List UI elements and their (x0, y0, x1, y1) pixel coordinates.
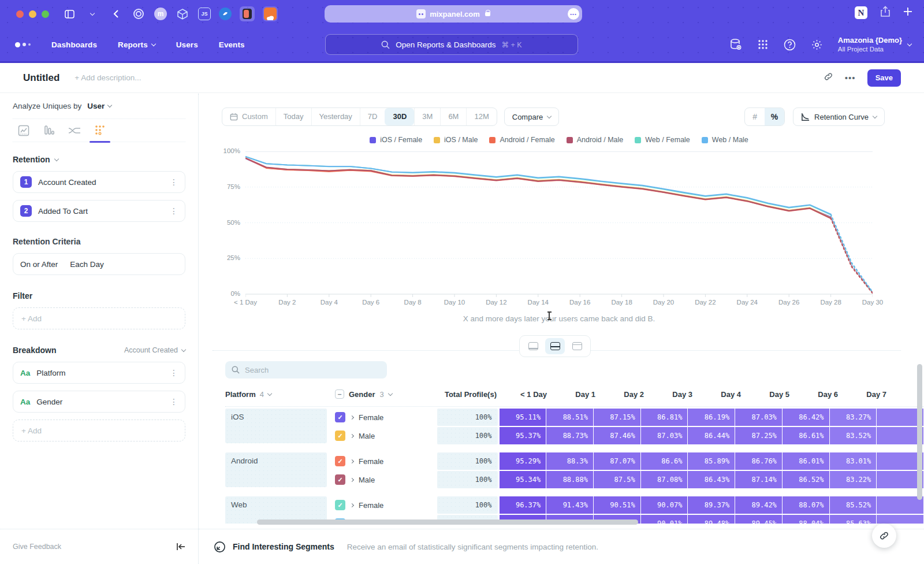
retention-value-cell[interactable] (877, 515, 923, 524)
share-icon[interactable] (880, 6, 891, 20)
retention-value-cell[interactable]: 87.03% (641, 427, 688, 444)
column-header-8[interactable]: Day 7 (844, 390, 892, 399)
gender-cell[interactable]: ✓Male (335, 427, 434, 444)
report-description-placeholder[interactable]: + Add description... (74, 73, 141, 82)
retention-value-cell[interactable]: 90.01% (641, 515, 688, 524)
nav-dashboards[interactable]: Dashboards (51, 40, 97, 49)
nav-reports[interactable]: Reports (118, 40, 155, 49)
retention-value-cell[interactable]: 89.37% (688, 496, 735, 514)
gender-cell[interactable]: ✓Male (335, 471, 434, 488)
gender-cell[interactable]: ✓Female (335, 409, 434, 426)
gender-cell[interactable]: ✓Female (335, 496, 434, 514)
expand-chevron-icon[interactable] (350, 433, 354, 437)
column-header-2[interactable]: Day 1 (553, 390, 601, 399)
notion-extension-icon[interactable]: N (855, 6, 867, 19)
retention-value-cell[interactable] (877, 452, 923, 470)
avatar-m-icon[interactable]: m (154, 8, 167, 20)
new-tab-icon[interactable] (903, 7, 912, 18)
breakdown-scope-select[interactable]: Account Created (124, 346, 185, 354)
tab-flows[interactable] (67, 123, 82, 138)
column-header-0[interactable]: Total Profile(s) (440, 390, 502, 399)
retention-value-cell[interactable]: 87.46% (594, 427, 640, 444)
retention-value-cell[interactable]: 89.42% (735, 496, 782, 514)
legend-item[interactable]: Android / Female (489, 136, 554, 144)
retention-value-cell[interactable]: 90.07% (641, 496, 688, 514)
report-title[interactable]: Untitled (23, 72, 59, 84)
range-30d[interactable]: 30D (385, 108, 414, 125)
retention-value-cell[interactable]: 86.01% (783, 452, 829, 470)
cloud-icon[interactable] (263, 6, 278, 21)
range-today[interactable]: Today (275, 108, 311, 125)
globe-icon[interactable] (219, 8, 232, 20)
retention-value-cell[interactable]: 85.63% (830, 515, 877, 524)
retention-value-cell[interactable] (877, 409, 923, 426)
series-checkbox[interactable]: ✓ (335, 456, 345, 466)
retention-value-cell[interactable]: 83.01% (830, 452, 877, 470)
retention-value-cell[interactable]: 89.48% (688, 515, 735, 524)
settings-gear-icon[interactable] (811, 39, 823, 51)
retention-value-cell[interactable]: 83.22% (830, 471, 877, 488)
copy-link-icon[interactable] (824, 72, 833, 84)
retention-value-cell[interactable]: 86.44% (688, 427, 735, 444)
add-breakdown-button[interactable]: + Add (13, 420, 185, 441)
help-icon[interactable] (784, 39, 796, 51)
retention-value-cell[interactable]: 85.52% (830, 496, 877, 514)
retention-value-cell[interactable]: 87.15% (594, 409, 640, 426)
retention-value-cell[interactable]: 87.07% (594, 452, 640, 470)
retention-value-cell[interactable]: 86.6% (641, 452, 688, 470)
retention-value-cell[interactable]: 87.03% (735, 409, 782, 426)
target-icon[interactable] (131, 6, 146, 21)
retention-value-cell[interactable]: 87.25% (735, 427, 782, 444)
sidebar-toggle-icon[interactable] (62, 6, 77, 21)
horizontal-scrollbar[interactable] (257, 520, 638, 525)
retention-value-cell[interactable]: 89.45% (735, 515, 782, 524)
column-header-7[interactable]: Day 6 (795, 390, 843, 399)
retention-value-cell[interactable]: 86.61% (783, 427, 829, 444)
range-6m[interactable]: 6M (440, 108, 466, 125)
retention-value-cell[interactable]: 96.37% (500, 496, 546, 514)
retention-value-cell[interactable]: 83.27% (830, 409, 877, 426)
vertical-scrollbar[interactable] (917, 364, 922, 500)
series-checkbox[interactable]: ✓ (335, 412, 345, 422)
retention-value-cell[interactable]: 86.43% (688, 471, 735, 488)
legend-item[interactable]: Web / Male (702, 136, 748, 144)
chevron-down-icon[interactable] (85, 6, 100, 21)
retention-value-cell[interactable]: 95.34% (500, 471, 546, 488)
criteria-mode[interactable]: On or After (20, 260, 58, 269)
retention-value-cell[interactable]: 86.52% (783, 471, 829, 488)
retention-value-cell[interactable]: 95.29% (500, 452, 546, 470)
retention-value-cell[interactable]: 86.19% (688, 409, 735, 426)
tab-insights[interactable] (16, 123, 31, 138)
js-icon[interactable]: JS (198, 8, 211, 20)
tab-funnels[interactable] (42, 123, 57, 138)
retention-value-cell[interactable]: 86.81% (641, 409, 688, 426)
layout-split[interactable] (545, 338, 565, 354)
retention-value-cell[interactable]: 85.89% (688, 452, 735, 470)
analyze-value[interactable]: User (87, 102, 105, 110)
retention-value-cell[interactable]: 87.14% (735, 471, 782, 488)
series-checkbox[interactable]: ✓ (335, 431, 345, 441)
retention-value-cell[interactable]: 83.52% (830, 427, 877, 444)
maximize-window-button[interactable] (42, 10, 49, 18)
retention-value-cell[interactable] (877, 471, 923, 488)
legend-item[interactable]: Web / Female (635, 136, 690, 144)
platform-cell[interactable]: iOS (225, 409, 327, 443)
retention-value-cell[interactable]: 88.07% (783, 496, 829, 514)
project-switcher[interactable]: Amazonia {Demo} All Project Data (838, 36, 911, 54)
add-filter-button[interactable]: + Add (13, 307, 185, 329)
retention-value-cell[interactable]: 95.11% (500, 409, 546, 426)
window-controls[interactable] (16, 10, 49, 18)
legend-item[interactable]: Android / Male (567, 136, 624, 144)
back-icon[interactable] (108, 6, 123, 21)
kebab-menu-icon[interactable]: ⋮ (170, 206, 178, 216)
retention-value-cell[interactable]: 88.88% (546, 471, 593, 488)
column-header-3[interactable]: Day 2 (601, 390, 649, 399)
collapse-sidebar-icon[interactable] (176, 543, 185, 551)
step-card-a[interactable]: 1 Account Created ⋮ (13, 171, 185, 193)
layout-chart-only[interactable] (523, 338, 543, 354)
site-options-icon[interactable]: ••• (568, 8, 579, 20)
unit-percent[interactable]: % (765, 108, 784, 125)
kebab-menu-icon[interactable]: ⋮ (170, 368, 178, 377)
legend-item[interactable]: iOS / Male (434, 136, 478, 144)
column-header-1[interactable]: < 1 Day (504, 390, 552, 399)
